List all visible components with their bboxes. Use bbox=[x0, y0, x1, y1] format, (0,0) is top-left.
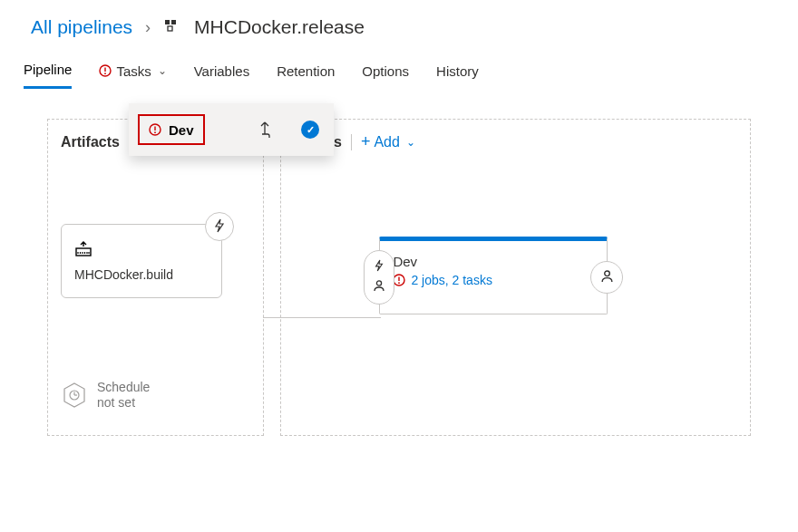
svg-point-20 bbox=[377, 281, 382, 285]
warning-icon bbox=[149, 123, 161, 136]
tab-variables[interactable]: Variables bbox=[194, 62, 249, 89]
plus-icon: + bbox=[361, 132, 371, 151]
stage-meta-label: 2 jobs, 2 tasks bbox=[411, 273, 492, 287]
stage-name: Dev bbox=[393, 254, 594, 269]
tab-history[interactable]: History bbox=[436, 62, 479, 89]
svg-rect-2 bbox=[168, 26, 172, 31]
stage-card[interactable]: Dev 2 jobs, 2 tasks bbox=[379, 237, 608, 314]
lightning-icon bbox=[213, 218, 226, 236]
stages-header: Stages + Add ⌄ bbox=[294, 132, 737, 151]
stages-add-button[interactable]: + Add ⌄ bbox=[361, 132, 415, 151]
clock-icon bbox=[61, 382, 88, 409]
svg-rect-0 bbox=[165, 20, 170, 24]
schedule-row[interactable]: Schedule not set bbox=[61, 380, 250, 411]
person-icon bbox=[600, 269, 614, 286]
tasks-dropdown-item-dev[interactable]: Dev bbox=[138, 114, 205, 145]
tab-tasks[interactable]: Tasks ⌄ bbox=[99, 62, 166, 89]
svg-point-21 bbox=[605, 271, 610, 276]
svg-point-24 bbox=[399, 282, 401, 284]
connector-line bbox=[263, 317, 381, 318]
lightning-icon bbox=[374, 259, 384, 276]
release-icon bbox=[163, 18, 181, 36]
tasks-dropdown: Dev ✓ bbox=[129, 103, 334, 156]
pre-deployment-conditions-button[interactable] bbox=[364, 250, 394, 305]
artifact-card[interactable]: MHCDocker.build bbox=[61, 224, 222, 298]
schedule-label: Schedule not set bbox=[97, 380, 150, 411]
cursor-icon bbox=[258, 120, 276, 144]
artifacts-panel: Artifacts + Add MHCDocker.build Schedule bbox=[47, 119, 264, 436]
page-title: MHCDocker.release bbox=[194, 16, 365, 38]
svg-point-5 bbox=[104, 73, 106, 74]
stages-add-label: Add bbox=[374, 134, 399, 150]
chevron-down-icon: ⌄ bbox=[158, 64, 167, 77]
breadcrumb: All pipelines › MHCDocker.release bbox=[0, 0, 798, 47]
warning-icon bbox=[99, 64, 112, 77]
artifacts-title: Artifacts bbox=[61, 134, 120, 150]
artifact-trigger-button[interactable] bbox=[205, 212, 234, 241]
breadcrumb-root-link[interactable]: All pipelines bbox=[31, 16, 132, 38]
stage-jobs-link[interactable]: 2 jobs, 2 tasks bbox=[393, 273, 594, 287]
tab-bar: Pipeline Tasks ⌄ Variables Retention Opt… bbox=[0, 47, 798, 90]
pipeline-canvas: Artifacts + Add MHCDocker.build Schedule bbox=[0, 90, 798, 465]
tasks-dropdown-item-label: Dev bbox=[169, 122, 194, 138]
build-source-icon bbox=[74, 241, 209, 262]
svg-rect-1 bbox=[171, 20, 176, 24]
tab-tasks-label: Tasks bbox=[116, 63, 151, 79]
post-deployment-conditions-button[interactable] bbox=[590, 261, 623, 294]
chevron-down-icon: ⌄ bbox=[406, 136, 415, 149]
divider bbox=[351, 134, 352, 150]
stages-panel: Stages + Add ⌄ Dev bbox=[280, 119, 751, 436]
warning-icon bbox=[393, 274, 405, 286]
svg-point-8 bbox=[154, 131, 156, 133]
tab-options[interactable]: Options bbox=[362, 62, 409, 89]
artifact-name: MHCDocker.build bbox=[74, 267, 209, 282]
tab-retention[interactable]: Retention bbox=[277, 62, 335, 89]
check-circle-icon: ✓ bbox=[301, 121, 319, 139]
person-icon bbox=[373, 279, 385, 295]
tab-pipeline[interactable]: Pipeline bbox=[24, 62, 72, 89]
breadcrumb-separator: › bbox=[145, 18, 151, 37]
